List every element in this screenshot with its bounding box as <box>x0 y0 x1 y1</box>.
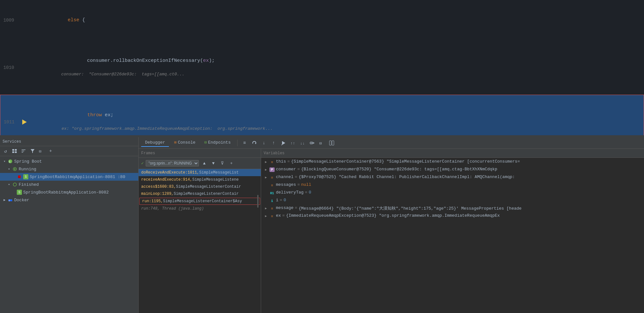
var-val-this: {SimpleMessageListenerContainer@7563} "S… <box>291 159 641 164</box>
var-name-i: i <box>276 198 278 203</box>
debug-frames-btn[interactable]: ↓↓ <box>299 139 307 147</box>
tab-debugger[interactable]: Debugger <box>141 139 169 147</box>
frames-up-btn[interactable]: ▲ <box>201 160 208 167</box>
debug-step-out-btn[interactable]: ↑ <box>270 139 278 147</box>
gutter-1011 <box>20 119 29 125</box>
svg-line-24 <box>312 143 314 144</box>
code-content-1009: else { <box>29 0 644 41</box>
var-type-i: i <box>269 198 275 204</box>
var-expand-message: ▶ <box>264 206 268 211</box>
svg-marker-18 <box>282 141 285 145</box>
frame-item-0[interactable]: doReceiveAndExecute:1011, SimpleMessageL… <box>139 169 261 176</box>
tree-item-springboot[interactable]: ▾ S Spring Boot <box>0 157 138 165</box>
svg-marker-12 <box>14 168 16 170</box>
var-expand-channel: ▶ <box>264 175 268 180</box>
var-eq-channel: = <box>295 175 298 179</box>
services-filter-btn[interactable] <box>29 147 36 155</box>
svg-rect-26 <box>329 141 331 145</box>
var-item-this[interactable]: ▶ ≡ this = {SimpleMessageListenerContain… <box>261 158 644 166</box>
frame-class-0: SimpleMessageList <box>199 170 239 175</box>
breakpoint-arrow-icon <box>22 119 27 125</box>
tree-item-app-8081[interactable]: ▶ S SpringBootRabbitmqApplication-8081 :… <box>0 173 138 181</box>
app8082-label: SpringBootRabbitmqApplication-8082 <box>23 190 109 195</box>
var-item-message[interactable]: ▶ ≡ message = {Message@6664} "(Body:'{"n… <box>261 205 644 213</box>
variables-header: Variables <box>261 149 644 158</box>
tab-endpoints[interactable]: ⊟ Endpoints <box>200 139 234 147</box>
springboot-arrow: ▾ <box>3 159 6 163</box>
var-item-channel[interactable]: ▶ ≡ channel = {$Proxy70@7525} "Cached Ra… <box>261 174 644 182</box>
frame-item-4[interactable]: run:1195, SimpleMessageListenerContainer… <box>139 198 260 205</box>
var-name-channel: channel <box>276 175 294 179</box>
var-item-consumer[interactable]: ▶ P consumer = {BlockingQueueConsumer@75… <box>261 166 644 174</box>
var-val-consumer: {BlockingQueueConsumer@7520} "Consumer@2… <box>301 167 641 172</box>
services-add-btn[interactable]: + <box>47 147 54 155</box>
app8081-label: SpringBootRabbitmqApplication-8081 :80 <box>30 175 125 179</box>
services-refresh-btn[interactable]: ↺ <box>2 147 9 155</box>
var-val-messages: null <box>301 182 641 187</box>
tree-item-finished[interactable]: ▾ Finished <box>0 181 138 188</box>
frame-item-2[interactable]: access$1600:83, SimpleMessageListenerCon… <box>139 183 261 190</box>
svg-text:↑↑: ↑↑ <box>290 141 295 146</box>
tree-item-running[interactable]: ▾ Running <box>0 165 138 173</box>
svg-point-14 <box>13 183 16 186</box>
frames-down-btn[interactable]: ▼ <box>210 160 217 167</box>
debug-settings-btn[interactable]: ⊟ <box>318 139 326 147</box>
svg-line-23 <box>312 142 314 143</box>
finished-icon <box>12 182 17 187</box>
thread-dropdown[interactable]: "org.sprin...n": RUNNING <box>146 160 199 166</box>
docker-label: Docker <box>14 198 29 203</box>
var-val-ex: {ImmediateRequeueAmqpException@7523} "or… <box>286 213 641 218</box>
frame-item-3[interactable]: mainLoop:1289, SimpleMessageListenerCont… <box>139 190 261 197</box>
debug-content: Frames ✓ "org.sprin...n": RUNNING ▲ ▼ ⊽ … <box>139 149 644 313</box>
tree-item-docker[interactable]: ▶ D Docker <box>0 196 138 204</box>
debug-step-into-btn[interactable]: ↓ <box>260 139 268 147</box>
services-sort-btn[interactable] <box>20 147 27 155</box>
svg-rect-0 <box>12 149 14 151</box>
svg-text:D: D <box>9 199 10 202</box>
debug-evaluate-btn[interactable]: ↑↑ <box>289 139 297 147</box>
var-val-channel: {$Proxy70@7525} "Cached Rabbit Channel: … <box>298 175 641 179</box>
svg-point-22 <box>310 142 312 144</box>
tab-debugger-label: Debugger <box>145 140 165 145</box>
app8082-icon: S <box>17 190 22 195</box>
line-number-1010: 1010 <box>0 61 19 74</box>
services-panel: Services ↺ ⊟ + ▾ S <box>0 137 139 313</box>
svg-rect-2 <box>12 151 14 153</box>
tab-console[interactable]: ⊞ Console <box>170 139 199 147</box>
services-tree: ▾ S Spring Boot ▾ Running ▶ S <box>0 156 138 313</box>
debug-layout-btn[interactable] <box>328 139 336 147</box>
frame-item-5[interactable]: run:748, Thread (java.lang) <box>139 205 261 212</box>
frames-filter-btn[interactable]: ⊽ <box>219 160 226 167</box>
debug-mute-btn[interactable] <box>308 139 316 147</box>
finished-arrow: ▾ <box>7 183 11 186</box>
var-type-consumer: P <box>269 167 275 172</box>
svg-rect-3 <box>15 151 17 153</box>
svg-rect-27 <box>332 141 334 145</box>
var-expand-ex: ▶ <box>264 214 268 218</box>
var-item-messages[interactable]: ▶ ≡ messages = null <box>261 182 644 189</box>
services-toolbar: ↺ ⊟ + <box>0 146 138 156</box>
app8081-icon: S <box>23 174 28 179</box>
var-item-i[interactable]: ▶ i i = 0 <box>261 197 644 205</box>
running-label: Running <box>19 167 36 172</box>
frame-item-1[interactable]: receiveAndExecute:914, SimpleMessageList… <box>139 176 261 183</box>
frame-class-4: SimpleMessageListenerContainer$Asy <box>163 199 242 204</box>
debug-run-cursor-btn[interactable] <box>279 139 287 147</box>
code-line-1010: 1010 consumer.rollbackOnExceptionIfNeces… <box>0 41 644 95</box>
line-number-1011: 1011 <box>0 115 20 129</box>
debug-step-over-btn[interactable] <box>250 139 258 147</box>
var-item-deliverytag[interactable]: ▶ 01 deliveryTag = 0 <box>261 189 644 197</box>
services-group-btn[interactable] <box>11 147 18 155</box>
frames-add-btn[interactable]: + <box>228 160 235 167</box>
thread-check-icon: ✓ <box>141 161 144 166</box>
services-settings-btn[interactable]: ⊟ <box>38 147 45 155</box>
var-name-this: this <box>276 159 286 164</box>
var-type-this: ≡ <box>269 160 275 165</box>
tab-console-label: Console <box>178 140 196 145</box>
tab-endpoints-label: Endpoints <box>208 140 231 145</box>
var-item-ex[interactable]: ▶ ≡ ex = {ImmediateRequeueAmqpException@… <box>261 213 644 220</box>
docker-arrow: ▶ <box>3 198 6 202</box>
tree-item-app-8082[interactable]: ▶ S SpringBootRabbitmqApplication-8082 <box>0 188 138 196</box>
endpoints-icon: ⊟ <box>204 140 207 145</box>
debug-menu-btn[interactable]: ≡ <box>241 139 249 147</box>
